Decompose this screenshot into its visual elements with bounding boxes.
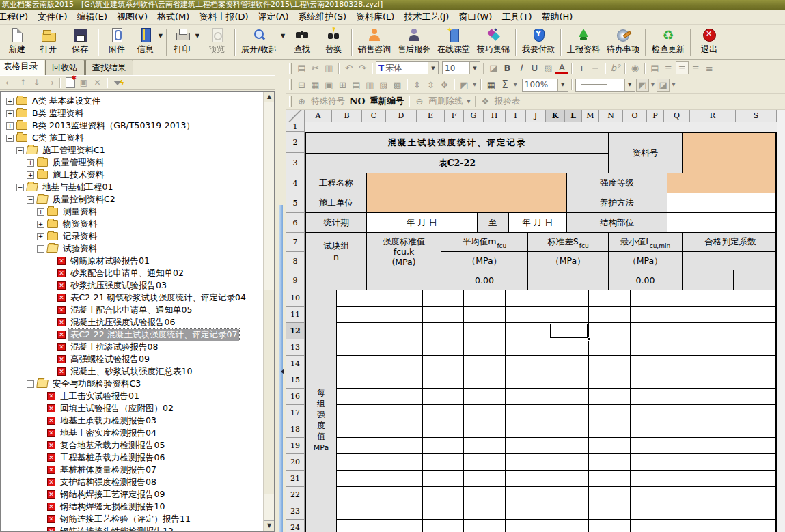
strike-line-button[interactable]: 画删除线 bbox=[428, 96, 463, 107]
tree-item[interactable]: ✕基桩桩体质量检测报告07 bbox=[1, 464, 263, 476]
scrollbar-thumb[interactable] bbox=[264, 290, 275, 494]
move-left-icon[interactable]: ← bbox=[3, 77, 15, 89]
grid-cell[interactable] bbox=[631, 389, 683, 404]
grid-cell[interactable] bbox=[337, 438, 381, 453]
grid-cell[interactable] bbox=[381, 389, 423, 404]
menu-item-12[interactable]: 工具(T) bbox=[497, 11, 536, 23]
menu-item-3[interactable]: 编辑(E) bbox=[72, 11, 112, 23]
grid-cell[interactable] bbox=[549, 389, 589, 404]
grid-cell[interactable] bbox=[423, 323, 464, 339]
tree-item[interactable]: ✕钢结构焊接工艺评定报告09 bbox=[1, 488, 263, 501]
grid-cell[interactable] bbox=[381, 290, 423, 306]
copy-icon[interactable]: ▤ bbox=[295, 61, 308, 74]
grid-cell[interactable] bbox=[506, 356, 549, 372]
to-label[interactable]: 至 bbox=[478, 213, 509, 232]
tree-item[interactable]: ✕混凝土抗渗试验报告08 bbox=[1, 341, 263, 353]
grid-cell[interactable] bbox=[631, 372, 683, 388]
chevron-down-icon[interactable]: ▼ bbox=[281, 33, 285, 39]
collapse-box-icon[interactable]: − bbox=[16, 184, 24, 191]
column-header-E[interactable]: E bbox=[417, 110, 445, 122]
strength-grade-input-cell[interactable] bbox=[667, 173, 777, 193]
expand-box-icon[interactable]: + bbox=[27, 159, 34, 167]
sheet-corner-cell[interactable] bbox=[286, 110, 305, 122]
insert-row-icon[interactable]: ▤ bbox=[350, 79, 363, 92]
group-count-value-cell[interactable] bbox=[306, 270, 367, 290]
column-header-S[interactable]: S bbox=[736, 110, 777, 122]
grid-cell[interactable] bbox=[381, 307, 423, 322]
fill-color-icon[interactable]: ▨ bbox=[542, 61, 555, 74]
grid-cell[interactable] bbox=[732, 323, 777, 339]
pass-coeff-header[interactable]: 合格判定系数 bbox=[683, 233, 777, 252]
menu-item-2[interactable]: 文件(F) bbox=[33, 11, 72, 23]
std-value-header[interactable]: 强度标准值 fcu,k (MPa) bbox=[367, 233, 441, 270]
grid-cell[interactable] bbox=[589, 323, 631, 339]
row-header-16[interactable]: 16 bbox=[286, 389, 305, 405]
exit-red-button[interactable]: 退出 bbox=[693, 26, 725, 59]
tree-item[interactable]: ✕高强螺栓试验报告09 bbox=[1, 353, 263, 365]
column-header-N[interactable]: N bbox=[599, 110, 623, 122]
grid-cell[interactable] bbox=[683, 339, 732, 355]
grid-cell[interactable] bbox=[683, 487, 732, 503]
doc-no-input-cell[interactable] bbox=[683, 133, 777, 173]
grid-cell[interactable] bbox=[337, 487, 381, 503]
min-header[interactable]: 最小值fcu,min bbox=[609, 233, 682, 252]
grid-cell[interactable] bbox=[589, 389, 631, 404]
grid-cell[interactable] bbox=[423, 503, 464, 519]
tree-item[interactable]: ✕表C2-21 砌筑砂浆试块强度统计、评定记录04 bbox=[1, 292, 263, 304]
stat-period-end-cell[interactable]: 年 月 日 bbox=[509, 213, 567, 232]
grid-cell[interactable] bbox=[506, 487, 549, 503]
row-header-19[interactable]: 19 bbox=[286, 438, 305, 454]
column-header-I[interactable]: I bbox=[506, 110, 526, 122]
new-file-button[interactable]: 新建 bbox=[1, 26, 33, 59]
menu-item-6[interactable]: 资料上报(D) bbox=[194, 11, 253, 23]
grid-cell[interactable] bbox=[549, 471, 589, 486]
group-count-header[interactable]: 试块组 n bbox=[306, 233, 367, 270]
row-header-22[interactable]: 22 bbox=[286, 487, 305, 503]
grid-cell[interactable] bbox=[506, 339, 549, 355]
tree-item[interactable]: ✕钢筋连接工艺检验（评定）报告11 bbox=[1, 513, 263, 525]
grid-cell[interactable] bbox=[337, 323, 381, 339]
tab-2[interactable]: 回收站 bbox=[45, 60, 85, 75]
grid-cell[interactable] bbox=[506, 438, 549, 453]
open-folder-button[interactable]: 打开 bbox=[33, 26, 64, 59]
hand-tool-icon[interactable]: ✥ bbox=[438, 79, 451, 92]
grid-cell[interactable] bbox=[589, 503, 631, 519]
column-header-H[interactable]: H bbox=[484, 110, 506, 122]
tree-item[interactable]: −质量控制资料C2 bbox=[1, 193, 263, 206]
grid-cell[interactable] bbox=[337, 339, 381, 355]
grid-cell[interactable] bbox=[683, 307, 732, 322]
person-blue-button[interactable]: 售后服务 bbox=[394, 26, 434, 59]
project-name-label[interactable]: 工程名称 bbox=[306, 173, 367, 193]
pattern-fill-icon[interactable]: ◩ bbox=[458, 79, 471, 92]
mean-header[interactable]: 平均值mfcu bbox=[441, 233, 527, 252]
column-header-J[interactable]: J bbox=[526, 110, 546, 122]
grid-cell[interactable] bbox=[464, 389, 506, 404]
tree-item[interactable]: +测量资料 bbox=[1, 206, 263, 218]
stat-period-label[interactable]: 统计期 bbox=[306, 213, 367, 232]
grid-cell[interactable] bbox=[381, 438, 423, 453]
row-header-4[interactable]: 4 bbox=[286, 173, 305, 193]
grid-cell[interactable] bbox=[381, 487, 423, 503]
collapse-box-icon[interactable]: − bbox=[27, 380, 34, 388]
tree-item[interactable]: ✕钢结构焊缝无损检测报告10 bbox=[1, 501, 263, 513]
grid-cell[interactable] bbox=[464, 454, 506, 470]
grid-cell[interactable] bbox=[589, 421, 631, 437]
expand-box-icon[interactable]: + bbox=[6, 98, 14, 105]
grid-cell[interactable] bbox=[423, 356, 464, 372]
grid-cell[interactable] bbox=[732, 487, 777, 503]
grid-cell[interactable] bbox=[683, 389, 732, 404]
stat-period-start-cell[interactable]: 年 月 日 bbox=[367, 213, 478, 232]
column-header-Q[interactable]: Q bbox=[664, 110, 690, 122]
special-symbol-button[interactable]: 特殊符号 bbox=[311, 96, 345, 107]
grid-cell[interactable] bbox=[464, 356, 506, 372]
grid-cell[interactable] bbox=[381, 339, 423, 355]
chevron-down-icon[interactable]: ▼ bbox=[513, 82, 517, 87]
row-header-21[interactable]: 21 bbox=[286, 471, 305, 487]
chevron-down-icon[interactable]: ▼ bbox=[428, 62, 438, 74]
align-center-icon[interactable]: ≡ bbox=[676, 61, 689, 74]
grid-cell[interactable] bbox=[506, 405, 549, 421]
stddev-value-cell[interactable] bbox=[528, 270, 609, 290]
grid-cell[interactable] bbox=[631, 454, 683, 470]
row-header-17[interactable]: 17 bbox=[286, 405, 305, 421]
column-header-O[interactable]: O bbox=[623, 110, 647, 122]
